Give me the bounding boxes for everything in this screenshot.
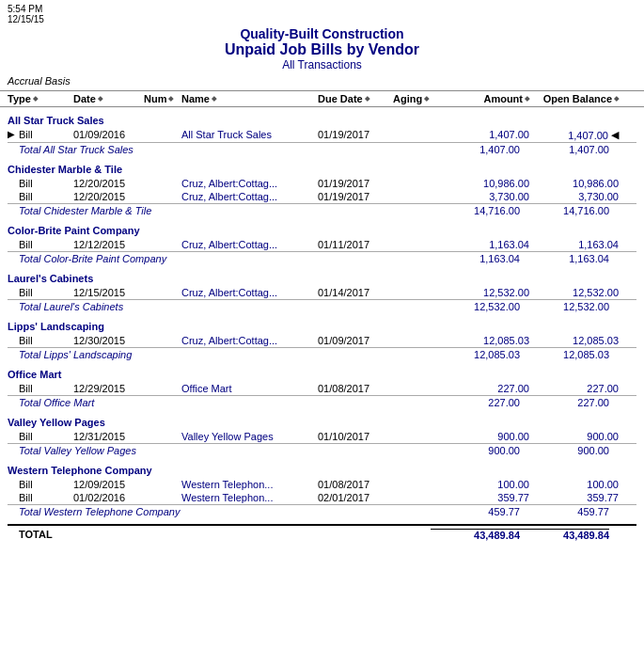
sort-diamond-date[interactable]: ◆ — [98, 95, 102, 103]
vendor-total-label: Total All Star Truck Sales — [19, 144, 384, 155]
cell-date: 01/09/2016 — [73, 129, 144, 141]
vendor-name[interactable]: Color-Brite Paint Company — [8, 223, 636, 238]
vendor-total-amount: 12,085.03 — [431, 349, 520, 360]
grand-total-row: TOTAL43,489.8443,489.84 — [8, 524, 636, 544]
cell-type: Bill — [19, 239, 73, 250]
cell-name[interactable]: Cruz, Albert:Cottag... — [181, 178, 318, 189]
cell-due-date: 01/10/2017 — [318, 431, 393, 442]
col-header-due: Due Date ◆ — [318, 93, 393, 104]
cell-date: 01/02/2016 — [73, 492, 144, 503]
col-header-name: Name ◆ — [181, 93, 318, 104]
cell-amount: 359.77 — [440, 492, 529, 503]
vendor-total-row: Total Laurel's Cabinets12,532.0012,532.0… — [8, 299, 636, 313]
cell-date: 12/31/2015 — [73, 431, 144, 442]
vendor-total-amount: 459.77 — [431, 506, 520, 517]
cell-num — [144, 492, 181, 503]
report-header: Quality-Built Construction Unpaid Job Bi… — [0, 24, 644, 73]
cell-num — [144, 287, 181, 298]
cell-type: Bill — [19, 287, 73, 298]
vendor-name[interactable]: All Star Truck Sales — [8, 113, 636, 128]
table-row[interactable]: Bill12/12/2015Cruz, Albert:Cottag...01/1… — [8, 238, 636, 251]
cell-date: 12/20/2015 — [73, 191, 144, 202]
cell-type: Bill — [19, 129, 73, 141]
cell-aging — [393, 335, 440, 346]
table-row[interactable]: Bill12/20/2015Cruz, Albert:Cottag...01/1… — [8, 190, 636, 203]
table-row[interactable]: Bill12/30/2015Cruz, Albert:Cottag...01/0… — [8, 334, 636, 347]
cell-name[interactable]: Office Mart — [181, 383, 318, 394]
cell-name[interactable]: All Star Truck Sales — [181, 129, 318, 141]
cell-aging — [393, 383, 440, 394]
vendor-total-row: Total Office Mart227.00227.00 — [8, 395, 636, 409]
vendor-total-row: Total Chidester Marble & Tile14,716.0014… — [8, 203, 636, 217]
grand-total-balance: 43,489.84 — [520, 529, 609, 541]
sort-diamond-type[interactable]: ◆ — [33, 95, 38, 103]
cell-name[interactable]: Western Telephon... — [181, 492, 318, 503]
vendor-total-label: Total Western Telephone Company — [19, 506, 384, 517]
cell-amount: 100.00 — [440, 479, 529, 490]
vendor-name[interactable]: Lipps' Landscaping — [8, 319, 636, 334]
cell-due-date: 01/14/2017 — [318, 287, 393, 298]
cell-amount: 1,163.04 — [440, 239, 529, 250]
table-row[interactable]: Bill12/20/2015Cruz, Albert:Cottag...01/1… — [8, 177, 636, 190]
timestamp: 5:54 PM — [8, 4, 44, 14]
row-arrow-indicator — [8, 239, 19, 250]
vendor-name[interactable]: Laurel's Cabinets — [8, 271, 636, 286]
sort-diamond-due[interactable]: ◆ — [365, 95, 369, 103]
vendor-name[interactable]: Office Mart — [8, 367, 636, 382]
table-row[interactable]: Bill12/31/2015Valley Yellow Pages01/10/2… — [8, 430, 636, 443]
report-date: 12/15/15 — [8, 14, 44, 24]
cell-name[interactable]: Western Telephon... — [181, 479, 318, 490]
sort-diamond-num[interactable]: ◆ — [168, 95, 173, 103]
vendor-total-label: Total Chidester Marble & Tile — [19, 205, 384, 216]
vendor-name[interactable]: Western Telephone Company — [8, 463, 636, 478]
grand-total-label: TOTAL — [19, 529, 384, 541]
vendor-total-label: Total Lipps' Landscaping — [19, 349, 384, 360]
cell-num — [144, 129, 181, 141]
cell-num — [144, 479, 181, 490]
row-arrow-indicator — [8, 383, 19, 394]
sort-diamond-aging[interactable]: ◆ — [424, 95, 429, 103]
cell-name[interactable]: Cruz, Albert:Cottag... — [181, 287, 318, 298]
cell-name[interactable]: Cruz, Albert:Cottag... — [181, 239, 318, 250]
cell-due-date: 01/19/2017 — [318, 191, 393, 202]
sort-diamond-name[interactable]: ◆ — [212, 95, 216, 103]
top-bar: 5:54 PM 12/15/15 — [0, 0, 644, 24]
cell-balance: 227.00 — [529, 383, 619, 394]
cell-aging — [393, 129, 440, 141]
cell-aging — [393, 239, 440, 250]
sort-diamond-balance[interactable]: ◆ — [614, 95, 619, 103]
cell-num — [144, 178, 181, 189]
cell-due-date: 01/11/2017 — [318, 239, 393, 250]
cell-date: 12/30/2015 — [73, 335, 144, 346]
cell-aging — [393, 178, 440, 189]
cell-amount: 12,532.00 — [440, 287, 529, 298]
table-row[interactable]: Bill12/29/2015Office Mart01/08/2017227.0… — [8, 382, 636, 395]
vendor-name[interactable]: Chidester Marble & Tile — [8, 162, 636, 177]
cell-amount: 10,986.00 — [440, 178, 529, 189]
table-row[interactable]: Bill12/09/2015Western Telephon...01/08/2… — [8, 478, 636, 491]
vendor-group: Western Telephone CompanyBill12/09/2015W… — [8, 463, 636, 518]
cell-num — [144, 239, 181, 250]
table-row[interactable]: Bill12/15/2015Cruz, Albert:Cottag...01/1… — [8, 286, 636, 299]
cell-name[interactable]: Cruz, Albert:Cottag... — [181, 335, 318, 346]
vendor-total-row: Total Valley Yellow Pages900.00900.00 — [8, 443, 636, 457]
vendor-total-balance: 900.00 — [520, 445, 609, 456]
cell-num — [144, 431, 181, 442]
cell-name[interactable]: Valley Yellow Pages — [181, 431, 318, 442]
cell-aging — [393, 191, 440, 202]
cell-name[interactable]: Cruz, Albert:Cottag... — [181, 191, 318, 202]
cell-amount: 900.00 — [440, 431, 529, 442]
vendor-group: All Star Truck Sales▶Bill01/09/2016All S… — [8, 113, 636, 156]
table-row[interactable]: Bill01/02/2016Western Telephon...02/01/2… — [8, 491, 636, 504]
row-arrow-indicator — [8, 492, 19, 503]
cell-type: Bill — [19, 479, 73, 490]
col-header-num: Num ◆ — [144, 93, 181, 104]
table-row[interactable]: ▶Bill01/09/2016All Star Truck Sales01/19… — [8, 128, 636, 142]
cell-amount: 227.00 — [440, 383, 529, 394]
col-header-amount: Amount ◆ — [440, 93, 529, 104]
cell-aging — [393, 492, 440, 503]
vendor-total-label: Total Valley Yellow Pages — [19, 445, 384, 456]
cell-due-date: 01/08/2017 — [318, 383, 393, 394]
vendor-name[interactable]: Valley Yellow Pages — [8, 415, 636, 430]
cell-balance: 1,163.04 — [529, 239, 619, 250]
